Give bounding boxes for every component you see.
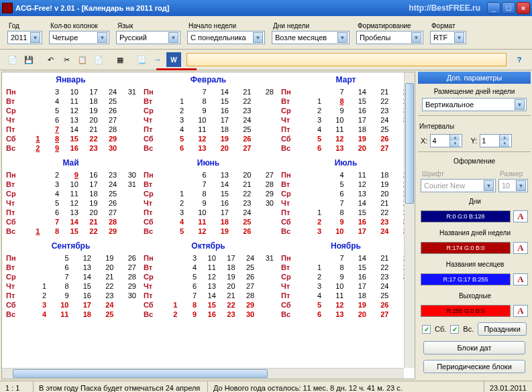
formatting-combo[interactable]: Пробелы▼ [356,31,423,44]
day-cell: 2 [160,310,180,319]
day-cell: 17 [218,253,237,263]
day-cell: 30 [237,310,257,319]
year-combo[interactable]: 2011▼ [7,31,42,44]
placement-combo[interactable]: Вертикальное▼ [422,98,527,111]
dow-label: Вс [141,143,164,153]
day-cell: 4 [179,263,199,272]
day-cell: 4 [301,125,324,134]
day-cell: 6 [301,310,324,319]
dow-label: Чт [278,198,301,208]
days-font-button[interactable]: A [513,210,528,222]
day-cell: 26 [100,198,119,208]
day-cell: 22 [81,226,100,236]
day-cell [160,291,180,300]
day-cell [119,208,138,217]
day-cell: 9 [42,143,61,153]
minimize-button[interactable]: _ [487,2,500,14]
font-label: Шрифт [422,170,496,178]
day-cell [254,106,276,115]
undo-button[interactable]: ↶ [43,52,58,67]
day-cell: 20 [93,263,116,272]
day-cell: 5 [164,226,187,236]
word-button[interactable]: W [166,52,181,67]
day-cell: 24 [368,281,391,291]
maximize-button[interactable]: □ [502,2,515,14]
search-input[interactable] [187,53,507,66]
day-cell: 15 [61,134,81,143]
day-cell: 7 [42,125,61,134]
vertical-scrollbar[interactable] [404,72,415,368]
columns-combo[interactable]: Четыре▼ [49,31,109,44]
monthnames-color-swatch[interactable]: R:17 G:17 B:255 [421,273,511,285]
chevron-up-icon[interactable]: ▲ [499,135,509,141]
help-button[interactable]: ? [512,52,527,67]
new-button[interactable]: 📄 [5,52,20,67]
daysplace-combo[interactable]: Возле месяцев▼ [272,31,350,44]
month-name: Март [278,75,413,84]
doc-button[interactable]: 📃 [134,52,149,67]
day-cell: 14 [209,180,231,189]
monthnames-color-label: Названия месяцев [419,261,531,268]
monthnames-font-button[interactable]: A [513,273,528,285]
copy-button[interactable]: 📋 [75,52,90,67]
day-cell [23,208,42,217]
lang-combo[interactable]: Русский▼ [116,31,180,44]
y-spinner[interactable]: ▲▼ [480,134,512,147]
save-button[interactable]: 💾 [21,52,36,67]
downames-font-button[interactable]: A [513,242,528,254]
day-cell: 4 [42,96,61,106]
status-newyear: До Нового года осталось: 11 мес. 8 дн. 1… [208,381,484,392]
day-cell: 11 [61,96,81,106]
day-cell: 27 [116,263,139,272]
day-cell: 14 [199,291,218,300]
day-cell: 23 [93,291,116,300]
day-cell [119,226,138,236]
cut-button[interactable]: ✂ [59,52,74,67]
weekstart-combo[interactable]: С понедельника▼ [187,31,265,44]
month-name: Ноябрь [278,241,413,251]
downames-color-swatch[interactable]: R:174 G:0 B:0 [421,242,511,254]
holidays-button[interactable]: Праздники [478,322,527,336]
dateblocks-button[interactable]: Блоки дат [423,341,525,354]
day-cell: 6 [42,115,61,125]
outformat-combo[interactable]: RTF▼ [430,31,466,44]
day-cell: 29 [237,300,257,310]
weekend-font-button[interactable]: A [513,305,528,317]
day-cell: 23 [368,272,391,281]
day-cell: 4 [323,170,346,180]
grid-button[interactable]: ▦ [113,52,127,67]
periodicblocks-button[interactable]: Периодические блоки [423,360,525,373]
day-cell: 3 [42,87,61,96]
day-cell [160,263,180,272]
day-cell: 21 [368,198,391,208]
day-cell: 12 [346,180,369,189]
day-cell: 13 [71,263,94,272]
month-name: Май [3,158,138,168]
dow-label: Пн [3,170,23,180]
day-cell [254,208,276,217]
x-label: X: [421,137,427,145]
day-cell: 11 [323,291,346,300]
sunday-checkbox[interactable]: ✓ [450,325,459,334]
chevron-up-icon[interactable]: ▲ [449,135,460,141]
options-toolbar: Год2011▼ Кол-во колонокЧетыре▼ ЯзыкРусск… [0,16,532,50]
weekend-color-swatch[interactable]: R:255 G:0 B:0 [421,305,511,317]
days-color-swatch[interactable]: R:0 G:0 B:128 [421,210,511,222]
day-cell: 24 [93,300,116,310]
day-cell [256,263,276,272]
day-cell: 9 [323,272,346,281]
day-cell: 2 [42,170,61,180]
arrow-right-icon[interactable]: → [150,52,165,67]
horizontal-scrollbar[interactable] [2,368,404,379]
day-cell [164,180,187,189]
chevron-down-icon[interactable]: ▼ [499,141,509,147]
paste-button[interactable]: 📄 [91,52,106,67]
chevron-down-icon[interactable]: ▼ [449,141,460,147]
day-cell: 20 [209,143,231,153]
x-spinner[interactable]: ▲▼ [430,134,462,147]
saturday-checkbox[interactable]: ✓ [422,325,431,334]
close-button[interactable]: × [517,2,530,14]
day-cell: 27 [100,115,119,125]
day-cell: 17 [81,180,100,189]
day-cell: 18 [71,310,94,319]
